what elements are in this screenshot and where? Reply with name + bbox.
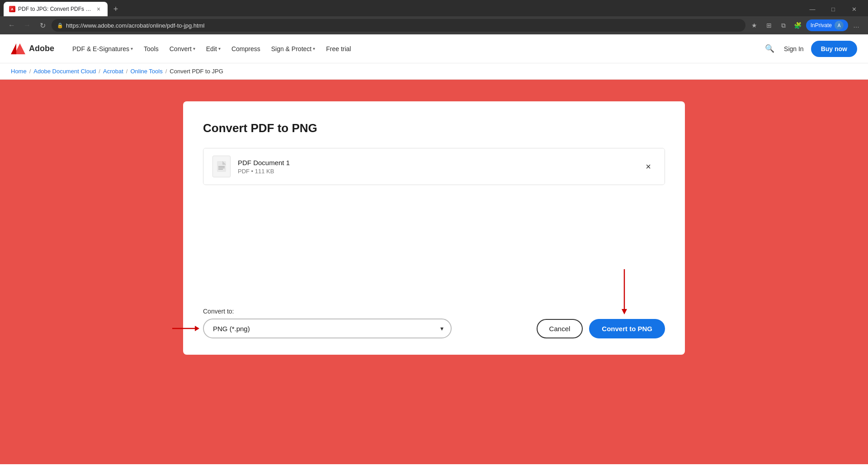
nav-convert-chevron: ▾	[193, 46, 195, 51]
format-select[interactable]: PNG (*.png) JPEG (*.jpg) TIFF (*.tiff)	[203, 319, 452, 338]
lock-icon: 🔒	[57, 23, 63, 29]
nav-free-trial-label: Free trial	[326, 45, 351, 52]
search-button[interactable]: 🔍	[762, 42, 777, 56]
nav-item-sign-protect[interactable]: Sign & Protect ▾	[266, 42, 321, 56]
breadcrumb-online-tools[interactable]: Online Tools	[130, 68, 162, 75]
nav-item-free-trial[interactable]: Free trial	[321, 42, 356, 56]
favorites-icon[interactable]: ★	[748, 19, 761, 32]
nav-tools-label: Tools	[144, 45, 159, 52]
convert-to-label: Convert to:	[203, 308, 452, 315]
arrow-down-annotation	[620, 269, 629, 314]
content-card: Convert PDF to PNG PDF Document 1 PDF • …	[183, 101, 685, 355]
file-meta: PDF • 111 KB	[238, 168, 634, 175]
breadcrumb-acrobat[interactable]: Acrobat	[103, 68, 123, 75]
breadcrumb-current: Convert PDF to JPG	[170, 68, 223, 75]
address-bar[interactable]: 🔒 https://www.adobe.com/acrobat/online/p…	[52, 19, 745, 32]
nav-item-pdf[interactable]: PDF & E-Signatures ▾	[67, 42, 138, 56]
nav-items: PDF & E-Signatures ▾ Tools Convert ▾ Edi…	[67, 42, 762, 56]
main-area: Convert PDF to PNG PDF Document 1 PDF • …	[0, 80, 868, 464]
arrow-left-annotation	[172, 324, 199, 333]
breadcrumb-sep-4: /	[165, 68, 167, 75]
tab-close-icon[interactable]: ×	[95, 5, 102, 13]
nav-convert-label: Convert	[170, 45, 192, 52]
file-info: PDF Document 1 PDF • 111 KB	[238, 159, 634, 175]
file-remove-button[interactable]: ×	[641, 159, 656, 174]
format-select-wrapper: PNG (*.png) JPEG (*.jpg) TIFF (*.tiff) ▾	[203, 319, 452, 338]
adobe-logo[interactable]: Adobe	[11, 42, 54, 56]
nav-item-tools[interactable]: Tools	[138, 42, 164, 56]
page-title: Convert PDF to PNG	[203, 121, 665, 135]
new-tab-button[interactable]: +	[109, 3, 122, 15]
breadcrumb: Home / Adobe Document Cloud / Acrobat / …	[0, 63, 868, 80]
nav-sign-protect-chevron: ▾	[313, 46, 315, 51]
extensions-icon[interactable]: 🧩	[792, 19, 804, 32]
window-close[interactable]: ✕	[844, 2, 864, 16]
url-text: https://www.adobe.com/acrobat/online/pdf…	[66, 22, 204, 29]
nav-right: 🔍 Sign In Buy now	[762, 41, 857, 57]
nav-item-edit[interactable]: Edit ▾	[201, 42, 226, 56]
svg-marker-1	[11, 43, 16, 54]
adobe-logo-icon	[11, 42, 25, 56]
buy-now-button[interactable]: Buy now	[811, 41, 857, 57]
breadcrumb-sep-1: /	[29, 68, 31, 75]
svg-marker-9	[622, 309, 627, 314]
file-icon	[212, 156, 231, 177]
nav-edit-label: Edit	[206, 45, 217, 52]
action-buttons-group: Cancel Convert to PNG	[537, 319, 665, 338]
forward-button[interactable]: →	[21, 19, 33, 32]
split-view-icon[interactable]: ⧉	[777, 19, 790, 32]
inprivate-label: InPrivate	[811, 22, 832, 29]
nav-item-compress[interactable]: Compress	[226, 42, 266, 56]
nav-pdf-label: PDF & E-Signatures	[72, 45, 129, 52]
nav-item-convert[interactable]: Convert ▾	[164, 42, 201, 56]
convert-controls: Convert to: PNG (*.png) JPEG (*.jpg) TIF…	[203, 308, 665, 338]
breadcrumb-doc-cloud[interactable]: Adobe Document Cloud	[33, 68, 96, 75]
browser-tab[interactable]: A PDF to JPG: Convert PDFs to ima... ×	[4, 2, 108, 16]
adobe-header: Adobe PDF & E-Signatures ▾ Tools Convert…	[0, 34, 868, 63]
file-item: PDF Document 1 PDF • 111 KB ×	[203, 148, 665, 185]
breadcrumb-sep-3: /	[126, 68, 128, 75]
nav-compress-label: Compress	[231, 45, 260, 52]
file-name: PDF Document 1	[238, 159, 634, 166]
convert-to-section: Convert to: PNG (*.png) JPEG (*.jpg) TIF…	[203, 308, 452, 338]
more-options-icon[interactable]: …	[850, 19, 863, 32]
adobe-brand-text: Adobe	[29, 44, 54, 53]
file-list: PDF Document 1 PDF • 111 KB ×	[203, 148, 665, 185]
convert-to-png-button[interactable]: Convert to PNG	[589, 319, 665, 338]
collections-icon[interactable]: ⊞	[763, 19, 775, 32]
tab-favicon: A	[9, 6, 15, 12]
profile-avatar: A	[835, 21, 844, 30]
tab-title: PDF to JPG: Convert PDFs to ima...	[18, 6, 92, 12]
svg-marker-7	[195, 326, 199, 331]
cancel-button[interactable]: Cancel	[537, 319, 583, 338]
window-maximize[interactable]: □	[823, 2, 844, 16]
breadcrumb-sep-2: /	[99, 68, 100, 75]
back-button[interactable]: ←	[5, 19, 18, 32]
nav-edit-chevron: ▾	[218, 46, 221, 51]
window-minimize[interactable]: —	[802, 2, 823, 16]
sign-in-button[interactable]: Sign In	[784, 45, 804, 52]
breadcrumb-home[interactable]: Home	[11, 68, 27, 75]
refresh-button[interactable]: ↻	[36, 19, 49, 32]
nav-pdf-chevron: ▾	[131, 46, 133, 51]
nav-sign-protect-label: Sign & Protect	[271, 45, 312, 52]
inprivate-button[interactable]: InPrivate A	[806, 19, 848, 31]
